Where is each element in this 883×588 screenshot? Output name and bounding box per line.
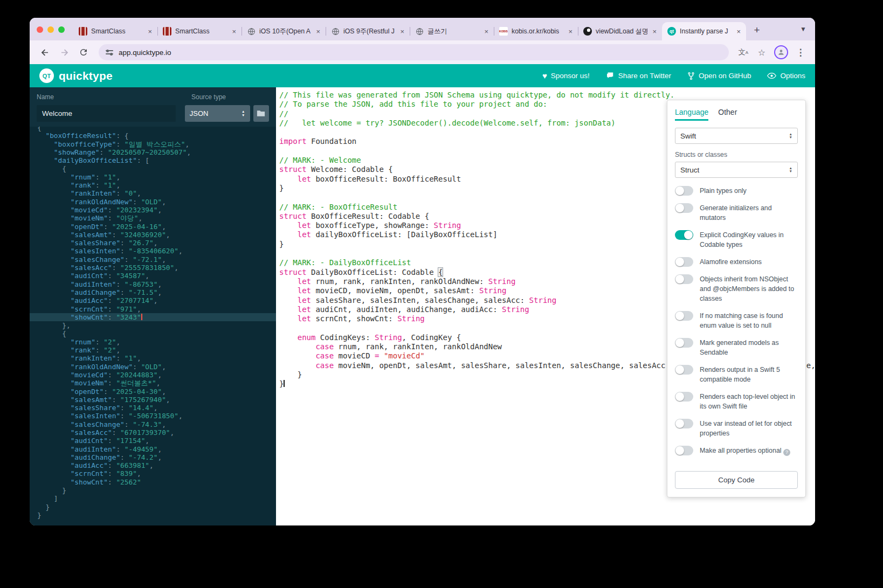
- option-row: Generate initializers and mutators: [675, 203, 798, 223]
- json-line: "salesAcc": "25557831850",: [30, 264, 276, 272]
- tab-close-icon[interactable]: ×: [651, 27, 658, 36]
- tab-close-icon[interactable]: ×: [483, 27, 489, 36]
- forward-arrow-icon: [59, 47, 70, 58]
- toggle-knob: [684, 231, 693, 239]
- name-input[interactable]: [37, 105, 176, 122]
- toggle-label: Mark generated models as Sendable: [700, 338, 798, 358]
- option-row: Explicit CodingKey values in Codable typ…: [675, 230, 798, 250]
- toggle-label: Generate initializers and mutators: [700, 203, 798, 223]
- options-link[interactable]: Options: [767, 72, 805, 80]
- browser-tab[interactable]: SmartClass×: [73, 22, 157, 40]
- code-line: // This file was generated from JSON Sch…: [279, 91, 815, 100]
- back-button[interactable]: [36, 44, 53, 61]
- toggle-switch[interactable]: [675, 392, 693, 402]
- browser-tab[interactable]: viewDidLoad 설명×: [578, 22, 662, 40]
- json-line: "rankInten": "0",: [30, 189, 276, 197]
- share-twitter-link[interactable]: Share on Twitter: [606, 72, 671, 80]
- reload-button[interactable]: [75, 44, 92, 61]
- toggle-switch[interactable]: [675, 446, 693, 455]
- tab-close-icon[interactable]: ×: [567, 27, 574, 36]
- text-cursor: [284, 380, 285, 387]
- json-line: "audiCnt": "34587",: [30, 272, 276, 280]
- toggle-switch[interactable]: [675, 257, 693, 267]
- structs-or-classes-label: Structs or classes: [675, 151, 798, 158]
- option-row: Renders output in a Swift 5 compatible m…: [675, 365, 798, 385]
- toggle-switch[interactable]: [675, 203, 693, 213]
- browser-tab[interactable]: KOBISkobis.or.kr/kobis×: [494, 22, 578, 40]
- tab-close-icon[interactable]: ×: [315, 27, 321, 36]
- bookmark-star-icon[interactable]: ☆: [754, 44, 770, 60]
- toggle-list: Plain types onlyGenerate initializers an…: [675, 186, 798, 456]
- source-type-select[interactable]: JSON ▲▼: [185, 105, 250, 122]
- tab-close-icon[interactable]: ×: [735, 27, 742, 36]
- sponsor-link[interactable]: ♥ Sponsor us!: [542, 71, 590, 80]
- browser-tab[interactable]: qtInstantly parse J×: [662, 22, 746, 40]
- json-line: {: [30, 164, 276, 172]
- folder-icon: [257, 110, 265, 117]
- json-line: "audiAcc": "2707714",: [30, 296, 276, 305]
- json-line: {: [30, 329, 276, 337]
- json-line: "salesChange": "-72.1",: [30, 255, 276, 264]
- language-select[interactable]: Swift ▲▼: [675, 128, 798, 144]
- browser-tab[interactable]: SmartClass×: [157, 22, 242, 40]
- json-line: "salesAmt": "324036920",: [30, 231, 276, 239]
- minimize-window-button[interactable]: [47, 26, 54, 33]
- tab-strip: SmartClass×SmartClass×iOS 10주(Open A×iOS…: [30, 18, 815, 40]
- toggle-switch[interactable]: [675, 274, 693, 284]
- fullscreen-window-button[interactable]: [58, 26, 65, 33]
- json-line: "rankInten": "1",: [30, 354, 276, 362]
- tab-title: viewDidLoad 설명: [596, 27, 647, 36]
- toggle-switch[interactable]: [675, 419, 693, 428]
- structs-select[interactable]: Struct ▲▼: [675, 162, 798, 178]
- open-file-button[interactable]: [253, 105, 269, 122]
- toggle-switch[interactable]: [675, 230, 693, 240]
- browser-tab[interactable]: 글쓰기×: [410, 22, 494, 40]
- tab-list: SmartClass×SmartClass×iOS 10주(Open A×iOS…: [73, 22, 746, 40]
- json-line: "scrnCnt": "971",: [30, 305, 276, 313]
- toggle-knob: [675, 419, 684, 428]
- github-link[interactable]: Open on GitHub: [687, 72, 751, 80]
- tab-language[interactable]: Language: [675, 108, 708, 121]
- profile-avatar[interactable]: [774, 45, 788, 59]
- browser-tab[interactable]: iOS 10주(Open A×: [242, 22, 326, 40]
- globe-favicon: [415, 27, 424, 36]
- json-editor[interactable]: { "boxOfficeResult": { "boxofficeType": …: [30, 127, 276, 525]
- tab-title: SmartClass: [175, 27, 227, 35]
- site-settings-icon[interactable]: [106, 50, 113, 54]
- json-line: "movieNm": "썬더볼츠*",: [30, 379, 276, 387]
- help-icon[interactable]: ?: [783, 449, 790, 456]
- tab-other[interactable]: Other: [718, 108, 737, 121]
- browser-tab[interactable]: iOS 9주(Restful J×: [326, 22, 410, 40]
- toggle-switch[interactable]: [675, 365, 693, 375]
- tab-search-chevron-icon[interactable]: ▼: [800, 25, 806, 33]
- address-bar[interactable]: app.quicktype.io: [99, 44, 729, 60]
- option-row: Mark generated models as Sendable: [675, 338, 798, 358]
- globe-favicon: [331, 27, 340, 36]
- translate-icon[interactable]: 文A: [735, 44, 751, 60]
- browser-menu-icon[interactable]: ⋮: [792, 44, 809, 60]
- quicktype-brand[interactable]: QT quicktype: [39, 68, 113, 83]
- tab-close-icon[interactable]: ×: [231, 27, 237, 36]
- close-window-button[interactable]: [37, 26, 43, 33]
- toggle-label: Make all properties optional ?: [700, 446, 790, 456]
- json-line: "rank": "1",: [30, 181, 276, 189]
- toggle-knob: [675, 186, 684, 195]
- forward-button[interactable]: [56, 44, 73, 61]
- toggle-switch[interactable]: [675, 186, 693, 196]
- copy-code-button[interactable]: Copy Code: [675, 471, 798, 489]
- tab-close-icon[interactable]: ×: [147, 27, 153, 36]
- json-line: "openDt": "2025-04-16",: [30, 223, 276, 231]
- json-line: ]: [30, 494, 276, 502]
- option-row: Alamofire extensions: [675, 257, 798, 267]
- panel-tabs: Language Other: [675, 108, 798, 121]
- person-icon: [777, 49, 785, 56]
- json-line: "boxOfficeResult": {: [30, 132, 276, 140]
- json-line: },: [30, 321, 276, 329]
- toggle-knob: [675, 446, 684, 455]
- toggle-switch[interactable]: [675, 338, 693, 348]
- toggle-switch[interactable]: [675, 311, 693, 321]
- new-tab-button[interactable]: +: [749, 23, 764, 38]
- json-line: "showRange": "20250507~20250507",: [30, 148, 276, 156]
- tab-close-icon[interactable]: ×: [399, 27, 405, 36]
- json-line: "showCnt": "2562": [30, 478, 276, 486]
